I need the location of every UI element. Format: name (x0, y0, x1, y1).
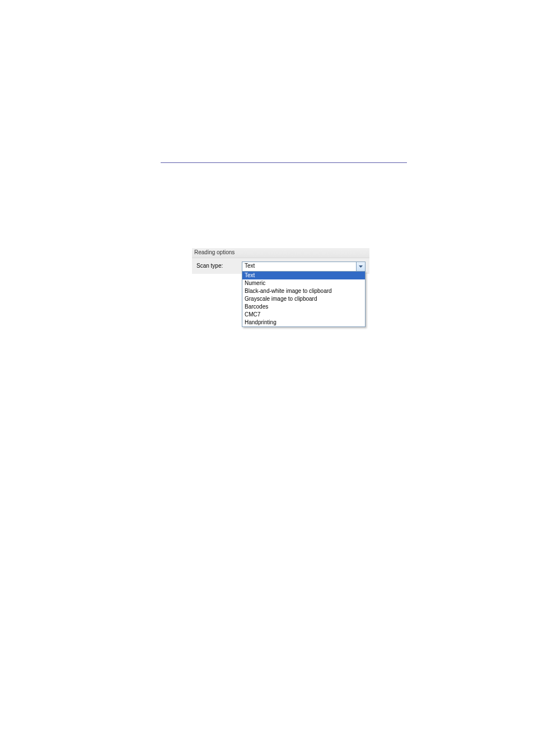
scan-type-row: Scan type: Text Text Numeric (192, 258, 369, 274)
page: Reading options Scan type: Text Text (0, 0, 534, 756)
combo-dropdown-button[interactable] (356, 262, 365, 271)
scan-type-combo-wrap: Text Text Numeric Black-and-white image … (242, 262, 366, 272)
dropdown-option-text[interactable]: Text (242, 272, 365, 279)
scan-type-label: Scan type: (196, 262, 238, 269)
reading-options-panel: Reading options Scan type: Text Text (192, 248, 369, 274)
scan-type-selected-value: Text (242, 262, 356, 271)
dropdown-option-bw-image[interactable]: Black-and-white image to clipboard (242, 287, 365, 295)
scan-type-dropdown-list[interactable]: Text Numeric Black-and-white image to cl… (242, 271, 366, 327)
svg-marker-0 (359, 265, 363, 268)
dropdown-option-numeric[interactable]: Numeric (242, 279, 365, 287)
chevron-down-icon (359, 265, 363, 268)
horizontal-rule (161, 162, 407, 163)
dropdown-option-grayscale-image[interactable]: Grayscale image to clipboard (242, 295, 365, 303)
scan-type-combobox[interactable]: Text (242, 262, 366, 272)
section-header: Reading options (192, 248, 369, 258)
dropdown-option-handprinting[interactable]: Handprinting (242, 319, 365, 326)
dropdown-option-cmc7[interactable]: CMC7 (242, 311, 365, 319)
dropdown-option-barcodes[interactable]: Barcodes (242, 303, 365, 311)
